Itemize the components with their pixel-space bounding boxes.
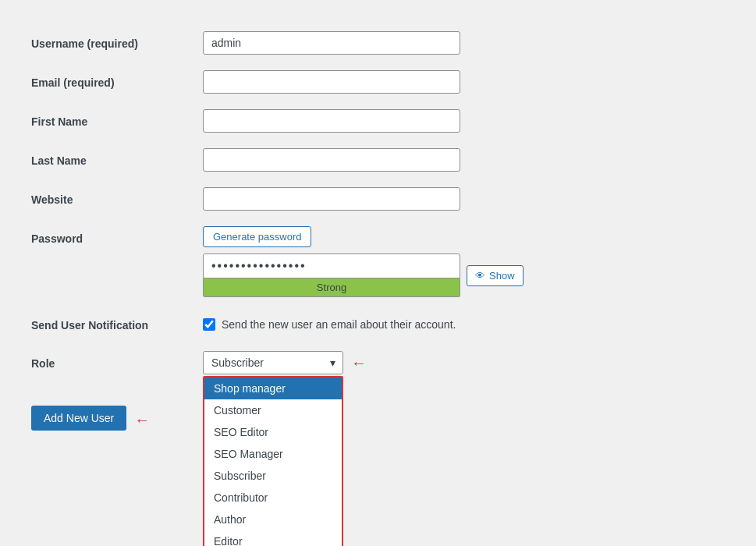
role-label: Role bbox=[31, 357, 55, 370]
website-row: Website bbox=[31, 179, 725, 218]
username-label: Username (required) bbox=[31, 37, 138, 50]
role-option[interactable]: Contributor bbox=[204, 487, 342, 509]
website-label: Website bbox=[31, 193, 73, 206]
lastname-row: Last Name bbox=[31, 140, 725, 179]
notification-label: Send User Notification bbox=[31, 319, 148, 332]
firstname-row: First Name bbox=[31, 101, 725, 140]
notification-text: Send the new user an email about their a… bbox=[222, 318, 456, 331]
role-option[interactable]: Customer bbox=[204, 399, 342, 421]
add-new-user-button[interactable]: Add New User bbox=[31, 406, 126, 431]
email-row: Email (required) bbox=[31, 62, 725, 101]
role-arrow-indicator: ← bbox=[351, 354, 367, 372]
show-password-button[interactable]: 👁 Show bbox=[467, 265, 524, 286]
notification-row: Send User Notification Send the new user… bbox=[31, 305, 725, 343]
role-option[interactable]: Shop manager bbox=[204, 378, 342, 399]
email-input[interactable] bbox=[203, 70, 460, 94]
role-options-list: Shop managerCustomerSEO EditorSEO Manage… bbox=[203, 376, 343, 546]
show-label: Show bbox=[489, 270, 515, 282]
form-actions: Add New User ← bbox=[31, 406, 725, 431]
password-row: Password Generate password Strong 👁 Show bbox=[31, 218, 725, 305]
firstname-label: First Name bbox=[31, 115, 87, 128]
role-select[interactable]: Subscriber bbox=[203, 351, 343, 374]
password-input[interactable] bbox=[203, 254, 460, 278]
role-option[interactable]: Author bbox=[204, 509, 342, 530]
role-option[interactable]: Subscriber bbox=[204, 465, 342, 487]
lastname-input[interactable] bbox=[203, 148, 460, 172]
password-label: Password bbox=[31, 232, 83, 245]
role-select-wrapper: Subscriber ▾ Shop managerCustomerSEO Edi… bbox=[203, 351, 343, 374]
notification-field: Send the new user an email about their a… bbox=[203, 318, 725, 331]
generate-password-button[interactable]: Generate password bbox=[203, 226, 311, 247]
notification-checkbox[interactable] bbox=[203, 318, 215, 331]
eye-icon: 👁 bbox=[475, 270, 485, 282]
username-row: Username (required) bbox=[31, 23, 725, 62]
password-field-group: Strong bbox=[203, 254, 460, 297]
role-dropdown-container: Subscriber ▾ Shop managerCustomerSEO Edi… bbox=[203, 351, 725, 374]
website-input[interactable] bbox=[203, 187, 460, 211]
role-option[interactable]: Editor bbox=[204, 530, 342, 546]
firstname-input[interactable] bbox=[203, 109, 460, 133]
lastname-label: Last Name bbox=[31, 154, 87, 167]
add-user-form: Username (required) Email (required) Fir… bbox=[31, 23, 725, 382]
role-row: Role Subscriber ▾ Shop managerCustomerSE… bbox=[31, 343, 725, 382]
email-label: Email (required) bbox=[31, 76, 115, 89]
add-user-arrow-indicator: ← bbox=[134, 411, 150, 429]
role-option[interactable]: SEO Editor bbox=[204, 421, 342, 443]
role-option[interactable]: SEO Manager bbox=[204, 443, 342, 465]
username-input[interactable] bbox=[203, 31, 460, 55]
password-field-row: Strong 👁 Show bbox=[203, 254, 725, 297]
password-strength-indicator: Strong bbox=[203, 278, 460, 297]
